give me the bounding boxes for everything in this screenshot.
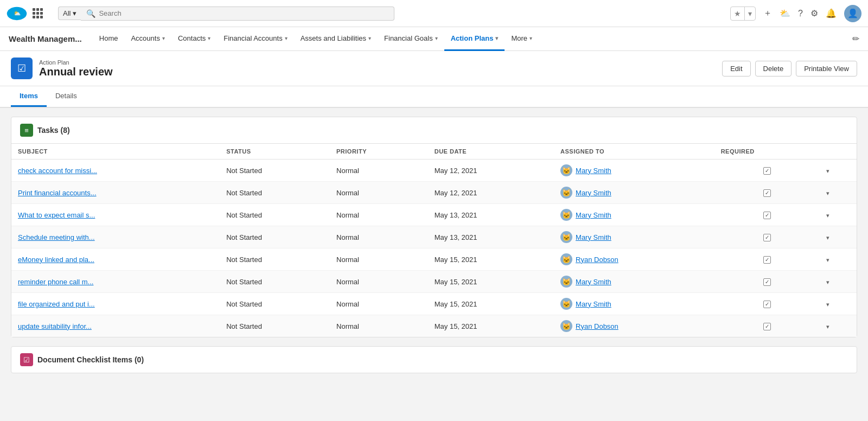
page-title: Annual review xyxy=(39,66,113,78)
app-launcher-icon[interactable] xyxy=(33,8,43,18)
nav-item-financial-accounts[interactable]: Financial Accounts ▾ xyxy=(217,27,293,51)
required-checkbox[interactable]: ✓ xyxy=(763,189,771,197)
cell-assigned-to: 🐱 Mary Smith xyxy=(554,204,714,226)
table-row: check account for missi... Not Started N… xyxy=(11,160,857,182)
subject-link[interactable]: eMoney linked and pla... xyxy=(18,256,94,264)
doc-checklist-section: ☑ Document Checklist Items (0) xyxy=(11,346,857,373)
delete-button[interactable]: Delete xyxy=(755,61,792,76)
cell-priority: Normal xyxy=(330,226,428,248)
col-subject: SUBJECT xyxy=(11,144,220,160)
col-assigned-to: ASSIGNED TO xyxy=(554,144,714,160)
subject-link[interactable]: check account for missi... xyxy=(18,167,97,175)
assigned-link[interactable]: Mary Smith xyxy=(576,189,611,197)
row-dropdown-arrow[interactable]: ▾ xyxy=(826,279,829,285)
edit-button[interactable]: Edit xyxy=(722,61,750,76)
search-input-wrap: 🔍 xyxy=(81,7,394,21)
cell-subject: file organized and put i... xyxy=(11,293,220,315)
cell-due-date: May 12, 2021 xyxy=(428,160,554,182)
nav-item-contacts[interactable]: Contacts ▾ xyxy=(171,27,217,51)
table-row: What to expect email s... Not Started No… xyxy=(11,204,857,226)
subject-link[interactable]: Print financial accounts... xyxy=(18,189,97,197)
salesforce-logo[interactable]: ⛅ xyxy=(7,3,27,24)
cell-dropdown: ▾ xyxy=(820,248,857,271)
assigned-link[interactable]: Mary Smith xyxy=(576,233,611,241)
cell-subject: update suitability infor... xyxy=(11,315,220,337)
nav-bar: Wealth Managem... Home Accounts ▾ Contac… xyxy=(0,27,868,51)
row-dropdown-arrow[interactable]: ▾ xyxy=(826,212,829,219)
subject-link[interactable]: Schedule meeting with... xyxy=(18,233,95,241)
cell-dropdown: ▾ xyxy=(820,271,857,293)
subject-link[interactable]: What to expect email s... xyxy=(18,211,95,219)
required-checkbox[interactable]: ✓ xyxy=(763,323,771,330)
assigned-avatar: 🐱 xyxy=(560,276,572,288)
nav-item-home[interactable]: Home xyxy=(93,27,125,51)
assigned-link[interactable]: Mary Smith xyxy=(576,211,611,219)
required-checkbox[interactable]: ✓ xyxy=(763,256,771,264)
required-checkbox[interactable]: ✓ xyxy=(763,212,771,219)
table-row: update suitability infor... Not Started … xyxy=(11,315,857,337)
nav-edit-icon[interactable]: ✏ xyxy=(852,34,859,44)
cell-subject: reminder phone call m... xyxy=(11,271,220,293)
help-icon[interactable]: ? xyxy=(798,9,803,18)
star-icon[interactable]: ★ xyxy=(731,7,744,20)
assigned-link[interactable]: Ryan Dobson xyxy=(576,322,618,330)
gear-icon[interactable]: ⚙ xyxy=(810,8,818,18)
chevron-down-icon[interactable]: ▾ xyxy=(745,7,755,20)
search-scope-dropdown[interactable]: All ▾ xyxy=(58,7,81,20)
cell-required: ✓ xyxy=(714,204,820,226)
cell-status: Not Started xyxy=(220,315,330,337)
assigned-link[interactable]: Mary Smith xyxy=(576,300,611,308)
assigned-link[interactable]: Mary Smith xyxy=(576,278,611,286)
row-dropdown-arrow[interactable]: ▾ xyxy=(826,301,829,308)
search-input[interactable] xyxy=(99,9,388,17)
subject-link[interactable]: file organized and put i... xyxy=(18,300,95,308)
row-dropdown-arrow[interactable]: ▾ xyxy=(826,190,829,196)
nav-item-financial-goals[interactable]: Financial Goals ▾ xyxy=(378,27,444,51)
subject-link[interactable]: reminder phone call m... xyxy=(18,278,93,286)
nav-item-accounts[interactable]: Accounts ▾ xyxy=(124,27,171,51)
row-dropdown-arrow[interactable]: ▾ xyxy=(826,257,829,263)
action-plans-chevron-icon: ▾ xyxy=(495,35,498,41)
cell-required: ✓ xyxy=(714,182,820,204)
table-row: Print financial accounts... Not Started … xyxy=(11,182,857,204)
assigned-link[interactable]: Mary Smith xyxy=(576,167,611,175)
search-icon: 🔍 xyxy=(86,9,95,18)
cell-required: ✓ xyxy=(714,248,820,271)
cell-required: ✓ xyxy=(714,160,820,182)
assigned-link[interactable]: Ryan Dobson xyxy=(576,256,618,264)
row-dropdown-arrow[interactable]: ▾ xyxy=(826,168,829,174)
add-icon[interactable]: ＋ xyxy=(763,8,772,19)
cell-subject: Print financial accounts... xyxy=(11,182,220,204)
printable-view-button[interactable]: Printable View xyxy=(796,61,857,76)
nav-item-assets-liabilities[interactable]: Assets and Liabilities ▾ xyxy=(294,27,378,51)
breadcrumb: Action Plan xyxy=(39,59,113,66)
avatar[interactable]: 👤 xyxy=(844,5,861,22)
action-plan-icon: ☑ xyxy=(11,58,33,79)
tab-details[interactable]: Details xyxy=(47,86,86,107)
bell-icon[interactable]: 🔔 xyxy=(826,8,837,18)
page-header-actions: Edit Delete Printable View xyxy=(722,61,857,76)
tasks-icon: ≡ xyxy=(20,124,33,137)
required-checkbox[interactable]: ✓ xyxy=(763,167,771,175)
required-checkbox[interactable]: ✓ xyxy=(763,234,771,241)
cell-subject: check account for missi... xyxy=(11,160,220,182)
table-row: Schedule meeting with... Not Started Nor… xyxy=(11,226,857,248)
contacts-chevron-icon: ▾ xyxy=(208,35,210,41)
subject-link[interactable]: update suitability infor... xyxy=(18,322,92,330)
row-dropdown-arrow[interactable]: ▾ xyxy=(826,323,829,330)
cell-subject: eMoney linked and pla... xyxy=(11,248,220,271)
cell-due-date: May 15, 2021 xyxy=(428,315,554,337)
required-checkbox[interactable]: ✓ xyxy=(763,301,771,308)
cell-due-date: May 12, 2021 xyxy=(428,182,554,204)
tab-items[interactable]: Items xyxy=(11,86,47,107)
required-checkbox[interactable]: ✓ xyxy=(763,278,771,286)
cell-status: Not Started xyxy=(220,204,330,226)
cell-dropdown: ▾ xyxy=(820,315,857,337)
row-dropdown-arrow[interactable]: ▾ xyxy=(826,234,829,241)
cloud-icon[interactable]: ⛅ xyxy=(780,8,790,18)
assigned-avatar: 🐱 xyxy=(560,164,572,176)
nav-item-more[interactable]: More ▾ xyxy=(505,27,539,51)
nav-item-action-plans[interactable]: Action Plans ▾ xyxy=(444,27,505,51)
cell-priority: Normal xyxy=(330,204,428,226)
cell-dropdown: ▾ xyxy=(820,226,857,248)
